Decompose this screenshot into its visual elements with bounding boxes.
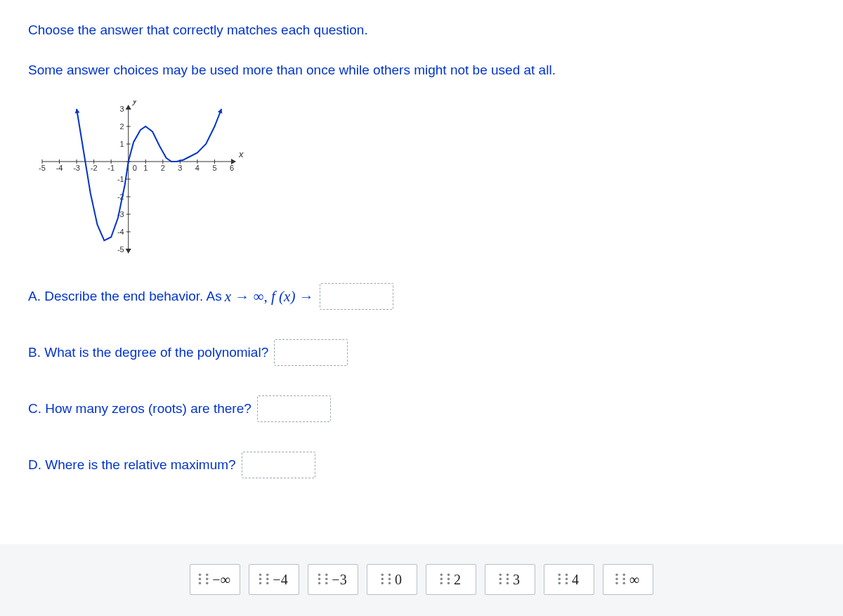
question-a-row: A. Describe the end behavior. As x → ∞, … [28, 283, 815, 310]
answer-tile-6[interactable]: 4 [544, 564, 594, 595]
question-c-row: C. How many zeros (roots) are there? [28, 395, 815, 422]
svg-text:4: 4 [195, 164, 200, 172]
answer-tile-7[interactable]: ∞ [603, 564, 653, 595]
answer-tile-3[interactable]: 0 [367, 564, 417, 595]
answer-tile-label: 4 [572, 572, 579, 588]
drag-grip-icon [381, 573, 389, 586]
drag-grip-icon [318, 573, 326, 586]
svg-text:6: 6 [230, 164, 234, 172]
svg-text:-3: -3 [73, 164, 80, 172]
drop-slot-d[interactable] [242, 452, 315, 478]
answer-tile-1[interactable]: −4 [249, 564, 299, 595]
svg-text:2: 2 [120, 122, 124, 131]
question-d-row: D. Where is the relative maximum? [28, 452, 815, 478]
svg-text:-4: -4 [56, 164, 63, 172]
drop-slot-b[interactable] [274, 339, 348, 366]
svg-text:5: 5 [212, 164, 216, 172]
drag-grip-icon [198, 573, 207, 586]
answer-tile-label: −∞ [212, 572, 230, 588]
answer-tile-5[interactable]: 3 [485, 564, 535, 595]
answer-tile-4[interactable]: 2 [426, 564, 476, 595]
answer-bank: −∞−4−30234∞ [0, 544, 843, 616]
drag-grip-icon [499, 573, 507, 586]
svg-text:1: 1 [143, 164, 148, 172]
svg-text:-2: -2 [91, 164, 98, 172]
svg-text:2: 2 [161, 164, 165, 172]
drop-slot-a[interactable] [320, 283, 393, 310]
question-content: Choose the answer that correctly matches… [0, 0, 843, 478]
svg-text:-5: -5 [117, 245, 124, 254]
answer-tile-label: −4 [273, 572, 287, 588]
svg-text:3: 3 [178, 164, 182, 172]
question-c-text: C. How many zeros (roots) are there? [28, 401, 251, 417]
svg-text:-5: -5 [39, 164, 46, 172]
drag-grip-icon [259, 573, 267, 586]
question-b-row: B. What is the degree of the polynomial? [28, 339, 815, 366]
answer-tile-label: −3 [332, 572, 346, 588]
drop-slot-c[interactable] [257, 395, 331, 422]
instructions-line-2: Some answer choices may be used more tha… [28, 61, 815, 80]
drag-grip-icon [558, 573, 566, 586]
svg-text:0: 0 [133, 164, 137, 172]
answer-tile-label: 0 [395, 572, 402, 588]
answer-tile-2[interactable]: −3 [308, 564, 358, 595]
svg-text:y: y [132, 100, 138, 105]
answer-tile-label: 2 [454, 572, 461, 588]
question-a-prefix: A. Describe the end behavior. As [28, 289, 222, 304]
question-b-text: B. What is the degree of the polynomial? [28, 345, 268, 360]
svg-text:3: 3 [120, 105, 124, 113]
svg-text:-4: -4 [117, 228, 124, 236]
instructions-line-1: Choose the answer that correctly matches… [28, 21, 815, 40]
svg-text:x: x [238, 149, 244, 159]
answer-tile-0[interactable]: −∞ [190, 564, 240, 595]
svg-text:-1: -1 [107, 164, 115, 172]
polynomial-graph: -5-4-3-2-1123456-5-4-3-2-11230xy [28, 100, 246, 262]
answer-tile-label: ∞ [629, 572, 639, 588]
answer-tile-label: 3 [513, 572, 520, 588]
page: Choose the answer that correctly matches… [0, 0, 843, 616]
svg-text:-1: -1 [117, 175, 124, 183]
question-a-math: x → ∞, f (x) → [225, 288, 314, 306]
question-d-text: D. Where is the relative maximum? [28, 457, 236, 473]
drag-grip-icon [615, 573, 624, 586]
svg-text:1: 1 [120, 140, 124, 148]
chart-svg: -5-4-3-2-1123456-5-4-3-2-11230xy [28, 100, 246, 262]
drag-grip-icon [440, 573, 448, 586]
